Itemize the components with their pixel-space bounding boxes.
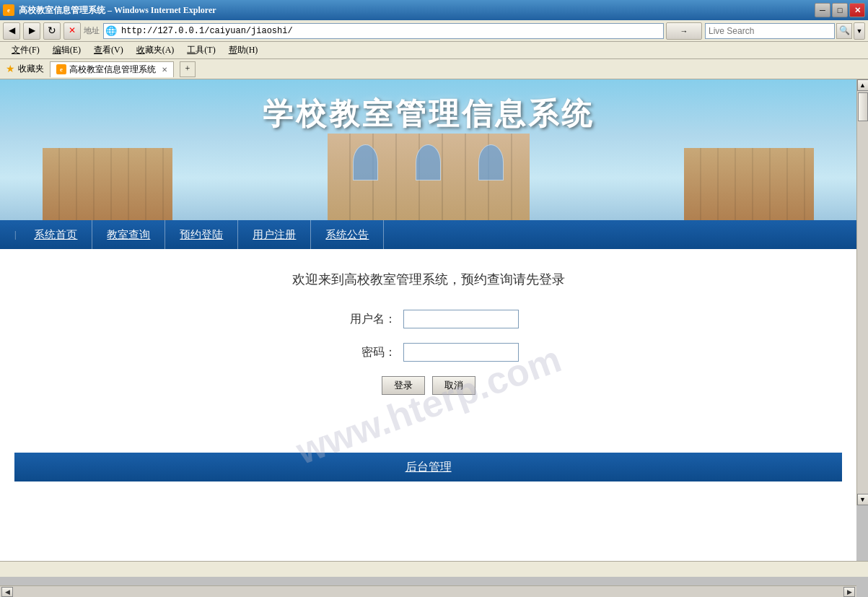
login-button[interactable]: 登录 — [382, 376, 425, 395]
header-banner: 学校教室管理信息系统 — [0, 79, 856, 220]
menu-file[interactable]: 文件(F) — [6, 43, 45, 58]
nav-register[interactable]: 用户注册 — [238, 220, 311, 249]
back-button[interactable]: ◀ — [3, 22, 20, 40]
menu-view[interactable]: 查看(V) — [88, 43, 129, 58]
toolbar-area: ◀ ▶ ↻ ✕ 地址 🌐 → 🔍 ▼ — [0, 20, 868, 42]
nav-home[interactable]: 系统首页 — [19, 220, 92, 249]
password-input[interactable] — [403, 343, 519, 362]
title-bar-left: e 高校教室信息管理系统 – Windows Internet Explorer — [3, 4, 216, 17]
menu-help[interactable]: 帮助(H) — [223, 43, 264, 58]
page-wrapper: 学校教室管理信息系统 | 系统首页 教室查询 预约登陆 用户注册 系统公告 ww… — [0, 79, 856, 561]
username-label: 用户名： — [338, 312, 396, 327]
browser-icon: e — [3, 4, 14, 16]
right-building — [684, 148, 814, 220]
address-label: 地址 — [84, 25, 100, 36]
maximize-button[interactable]: □ — [832, 3, 848, 17]
page-content-wrapper: 学校教室管理信息系统 | 系统首页 教室查询 预约登陆 用户注册 系统公告 ww… — [0, 79, 856, 561]
menu-tools[interactable]: 工具(T) — [181, 43, 221, 58]
close-button[interactable]: ✕ — [849, 3, 865, 17]
window-title: 高校教室信息管理系统 – Windows Internet Explorer — [19, 4, 216, 17]
spacer — [14, 395, 842, 438]
password-row: 密码： — [284, 343, 573, 362]
tab-icon: e — [56, 64, 66, 74]
browser-tab[interactable]: e 高校教室信息管理系统 ✕ — [50, 61, 174, 77]
status-bar: ◀ ▶ — [0, 561, 868, 577]
search-area: 🔍 ▼ — [705, 22, 865, 40]
favorites-label: 收藏夹 — [18, 63, 44, 75]
login-form: 用户名： 密码： 登录 取消 — [284, 310, 573, 395]
scrollbar-right: ▲ ▼ — [856, 79, 868, 505]
address-bar: 地址 🌐 → — [84, 22, 702, 40]
favorites-button[interactable]: ★ 收藏夹 — [6, 63, 44, 75]
menu-edit[interactable]: 编辑(E) — [47, 43, 87, 58]
new-tab-button[interactable]: + — [180, 61, 196, 77]
scroll-right-button[interactable]: ▶ — [843, 587, 855, 597]
title-bar-buttons: ─ □ ✕ — [815, 3, 865, 17]
cancel-button[interactable]: 取消 — [432, 376, 475, 395]
main-content: www.hterp.com 欢迎来到高校教室管理系统，预约查询请先登录 用户名：… — [0, 249, 856, 561]
welcome-text: 欢迎来到高校教室管理系统，预约查询请先登录 — [14, 271, 842, 288]
username-input[interactable] — [403, 310, 519, 328]
stop-button[interactable]: ✕ — [63, 22, 81, 40]
tab-label: 高校教室信息管理系统 — [69, 64, 156, 76]
address-go-button[interactable]: → — [666, 22, 702, 40]
left-building — [43, 148, 172, 220]
star-icon: ★ — [6, 63, 15, 75]
footer-bar: 后台管理 — [14, 453, 842, 481]
scroll-down-button[interactable]: ▼ — [857, 494, 869, 505]
scroll-left-button[interactable]: ◀ — [1, 587, 13, 597]
nav-classroom-query[interactable]: 教室查询 — [92, 220, 165, 249]
search-dropdown[interactable]: ▼ — [854, 22, 865, 40]
nav-announcement[interactable]: 系统公告 — [311, 220, 384, 249]
address-globe-icon: 🌐 — [104, 25, 118, 37]
nav-reservation[interactable]: 预约登陆 — [165, 220, 238, 249]
center-building — [328, 134, 530, 220]
admin-link[interactable]: 后台管理 — [405, 460, 452, 475]
password-label: 密码： — [338, 345, 396, 360]
forward-button[interactable]: ▶ — [23, 22, 40, 40]
tab-close-button[interactable]: ✕ — [162, 66, 167, 74]
nav-bar: | 系统首页 教室查询 预约登陆 用户注册 系统公告 — [0, 220, 856, 249]
bottom-spacer — [14, 481, 842, 539]
title-bar: e 高校教室信息管理系统 – Windows Internet Explorer… — [0, 0, 868, 20]
building-area — [0, 126, 856, 220]
horizontal-scrollbar: ◀ ▶ — [0, 585, 856, 597]
refresh-button[interactable]: ↻ — [43, 22, 61, 40]
nav-divider-start: | — [14, 230, 16, 240]
menu-favorites[interactable]: 收藏夹(A) — [131, 43, 180, 58]
form-buttons: 登录 取消 — [284, 376, 573, 395]
search-input[interactable] — [705, 23, 835, 39]
address-input[interactable] — [118, 24, 663, 38]
scroll-thumb[interactable] — [858, 92, 868, 121]
bookmarks-bar: ★ 收藏夹 e 高校教室信息管理系统 ✕ + — [0, 59, 868, 79]
banner-title: 学校教室管理信息系统 — [0, 94, 856, 134]
minimize-button[interactable]: ─ — [815, 3, 830, 17]
search-button[interactable]: 🔍 — [836, 23, 852, 39]
scroll-up-button[interactable]: ▲ — [857, 79, 869, 91]
menu-bar: 文件(F) 编辑(E) 查看(V) 收藏夹(A) 工具(T) 帮助(H) — [0, 42, 868, 59]
browser-content-area: 学校教室管理信息系统 | 系统首页 教室查询 预约登陆 用户注册 系统公告 ww… — [0, 79, 868, 561]
username-row: 用户名： — [284, 310, 573, 328]
